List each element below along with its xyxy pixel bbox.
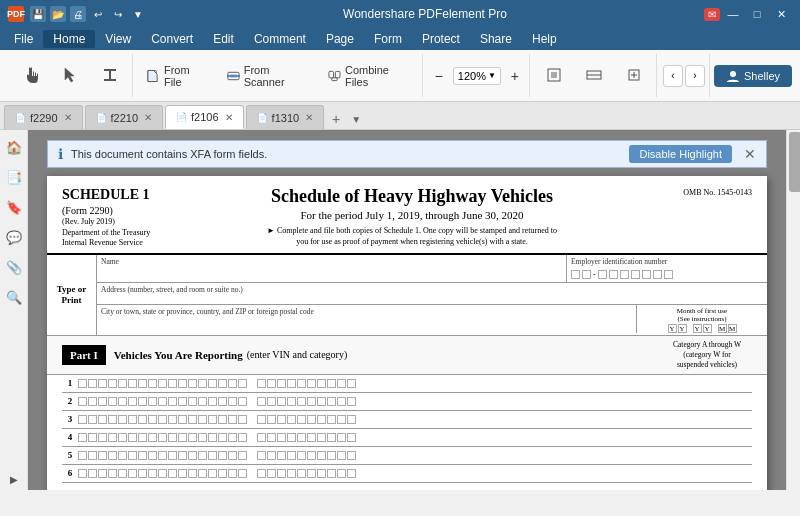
r6-box-26[interactable]: [337, 469, 346, 478]
r2-box-20[interactable]: [277, 397, 286, 406]
id-box-5[interactable]: [620, 270, 629, 279]
menu-share[interactable]: Share: [470, 30, 522, 48]
year-box-3[interactable]: Y: [693, 324, 702, 333]
r3-box-2[interactable]: [88, 415, 97, 424]
r5-box-11[interactable]: [178, 451, 187, 460]
r3-box-23[interactable]: [307, 415, 316, 424]
disable-highlight-button[interactable]: Disable Highlight: [629, 145, 732, 163]
r3-box-11[interactable]: [178, 415, 187, 424]
r5-box-26[interactable]: [337, 451, 346, 460]
r6-box-4[interactable]: [108, 469, 117, 478]
scroll-thumb[interactable]: [789, 132, 800, 192]
r6-box-10[interactable]: [168, 469, 177, 478]
r1-box-11[interactable]: [178, 379, 187, 388]
r3-box-14[interactable]: [208, 415, 217, 424]
fit-page-button[interactable]: [536, 64, 572, 88]
expand-sidebar-icon[interactable]: ▶: [3, 468, 25, 490]
r3-box-25[interactable]: [327, 415, 336, 424]
r2-box-5[interactable]: [118, 397, 127, 406]
customize-icon[interactable]: ▼: [130, 6, 146, 22]
r5-box-7[interactable]: [138, 451, 147, 460]
r1-box-20[interactable]: [277, 379, 286, 388]
r6-box-6[interactable]: [128, 469, 137, 478]
r1-box-25[interactable]: [327, 379, 336, 388]
r5-box-14[interactable]: [208, 451, 217, 460]
id-box-3[interactable]: [598, 270, 607, 279]
text-tool-button[interactable]: [92, 54, 128, 98]
r2-box-17[interactable]: [238, 397, 247, 406]
r2-box-15[interactable]: [218, 397, 227, 406]
r2-box-27[interactable]: [347, 397, 356, 406]
id-box-2[interactable]: [582, 270, 591, 279]
r5-box-9[interactable]: [158, 451, 167, 460]
r6-box-22[interactable]: [297, 469, 306, 478]
r6-box-14[interactable]: [208, 469, 217, 478]
new-tab-button[interactable]: +: [326, 109, 346, 129]
search-sidebar-icon[interactable]: 🔍: [3, 286, 25, 308]
tab-f2290[interactable]: 📄 f2290 ✕: [4, 105, 83, 129]
r2-box-7[interactable]: [138, 397, 147, 406]
r2-box-10[interactable]: [168, 397, 177, 406]
r5-box-25[interactable]: [327, 451, 336, 460]
r5-box-23[interactable]: [307, 451, 316, 460]
r1-box-12[interactable]: [188, 379, 197, 388]
r3-box-6[interactable]: [128, 415, 137, 424]
r6-box-16[interactable]: [228, 469, 237, 478]
r2-box-26[interactable]: [337, 397, 346, 406]
home-sidebar-icon[interactable]: 🏠: [3, 136, 25, 158]
id-box-8[interactable]: [653, 270, 662, 279]
scroll-track[interactable]: [787, 130, 800, 490]
hand-tool-button[interactable]: [12, 54, 48, 98]
r4-box-21[interactable]: [287, 433, 296, 442]
open-icon[interactable]: 📂: [50, 6, 66, 22]
r3-box-13[interactable]: [198, 415, 207, 424]
r3-box-22[interactable]: [297, 415, 306, 424]
r6-box-23[interactable]: [307, 469, 316, 478]
r4-box-18[interactable]: [257, 433, 266, 442]
r4-box-22[interactable]: [297, 433, 306, 442]
r1-box-18[interactable]: [257, 379, 266, 388]
attachment-sidebar-icon[interactable]: 📎: [3, 256, 25, 278]
r4-box-7[interactable]: [138, 433, 147, 442]
tab-f2106[interactable]: 📄 f2106 ✕: [165, 105, 244, 129]
r6-box-2[interactable]: [88, 469, 97, 478]
menu-page[interactable]: Page: [316, 30, 364, 48]
zoom-dropdown-icon[interactable]: ▼: [488, 71, 496, 80]
r4-box-6[interactable]: [128, 433, 137, 442]
id-box-7[interactable]: [642, 270, 651, 279]
r3-box-19[interactable]: [267, 415, 276, 424]
minimize-button[interactable]: —: [722, 4, 744, 24]
combine-files-button[interactable]: Combine Files: [320, 62, 418, 90]
save-icon[interactable]: 💾: [30, 6, 46, 22]
r6-box-25[interactable]: [327, 469, 336, 478]
actual-size-button[interactable]: [616, 64, 652, 88]
user-account-button[interactable]: Shelley: [714, 65, 792, 87]
r5-box-6[interactable]: [128, 451, 137, 460]
r6-box-15[interactable]: [218, 469, 227, 478]
id-box-9[interactable]: [664, 270, 673, 279]
r5-box-20[interactable]: [277, 451, 286, 460]
tab-close-f1310[interactable]: ✕: [305, 112, 313, 123]
r1-box-7[interactable]: [138, 379, 147, 388]
r4-box-8[interactable]: [148, 433, 157, 442]
r5-box-8[interactable]: [148, 451, 157, 460]
r6-box-1[interactable]: [78, 469, 87, 478]
r4-box-24[interactable]: [317, 433, 326, 442]
r3-box-8[interactable]: [148, 415, 157, 424]
notification-close-button[interactable]: ✕: [744, 146, 756, 162]
comment-sidebar-icon[interactable]: 💬: [3, 226, 25, 248]
r3-box-18[interactable]: [257, 415, 266, 424]
from-scanner-button[interactable]: From Scanner: [219, 62, 316, 90]
year-box-2[interactable]: Y: [678, 324, 687, 333]
r2-box-3[interactable]: [98, 397, 107, 406]
r2-box-13[interactable]: [198, 397, 207, 406]
select-tool-button[interactable]: [52, 54, 88, 98]
fit-width-button[interactable]: [576, 64, 612, 88]
r3-box-15[interactable]: [218, 415, 227, 424]
tab-close-f2290[interactable]: ✕: [64, 112, 72, 123]
r6-box-13[interactable]: [198, 469, 207, 478]
r5-box-2[interactable]: [88, 451, 97, 460]
id-box-6[interactable]: [631, 270, 640, 279]
r2-box-25[interactable]: [327, 397, 336, 406]
r3-box-24[interactable]: [317, 415, 326, 424]
